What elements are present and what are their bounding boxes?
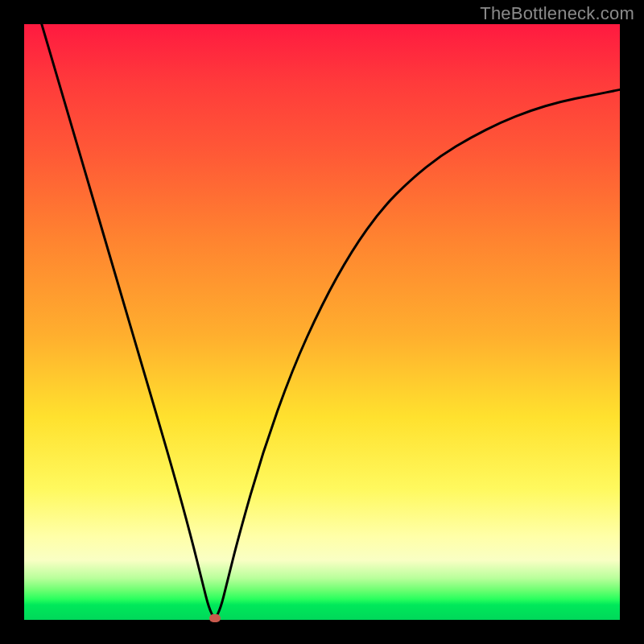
attribution-label: TheBottleneck.com — [480, 3, 634, 24]
bottleneck-curve — [24, 0, 620, 617]
plot-area — [24, 24, 620, 620]
curve-svg — [24, 24, 620, 620]
min-marker — [209, 614, 221, 622]
chart-frame: TheBottleneck.com — [0, 0, 644, 644]
